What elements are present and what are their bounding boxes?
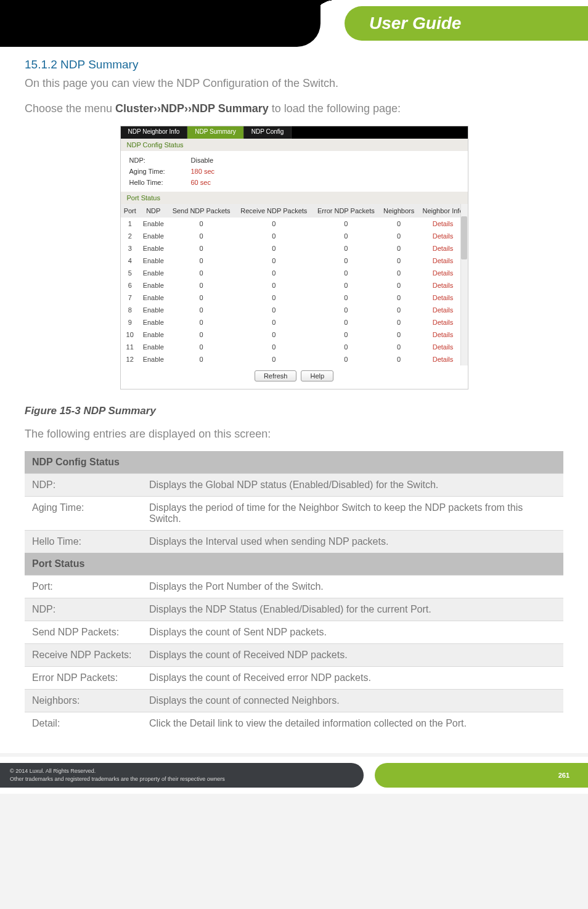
- table-cell: 0: [235, 328, 312, 341]
- page-number: 261: [558, 772, 570, 779]
- table-cell: Enable: [139, 353, 168, 365]
- config-row-hello: Hello Time: 60 sec: [129, 177, 459, 188]
- help-button[interactable]: Help: [301, 370, 333, 381]
- config-value: 60 sec: [191, 179, 211, 186]
- footer-left-panel: © 2014 Luxul. All Rights Reserved. Other…: [0, 763, 364, 788]
- glossary-header-port-status: Port Status: [25, 553, 563, 576]
- screenshot-tabs: NDP Neighbor Info NDP Summary NDP Config: [121, 126, 468, 139]
- glossary-key: NDP:: [25, 598, 142, 621]
- config-row-ndp: NDP: Disable: [129, 155, 459, 166]
- table-cell: Enable: [139, 341, 168, 353]
- table-cell: 0: [235, 255, 312, 267]
- table-cell: 0: [168, 230, 235, 242]
- table-row: 3Enable0000Details: [121, 242, 468, 255]
- table-cell: 0: [312, 328, 380, 341]
- table-cell: 2: [121, 230, 139, 242]
- table-cell: 0: [312, 255, 380, 267]
- table-cell: Enable: [139, 230, 168, 242]
- table-cell: 0: [168, 291, 235, 304]
- glossary-key: Send NDP Packets:: [25, 621, 142, 644]
- port-table-scroll: Port NDP Send NDP Packets Receive NDP Pa…: [121, 204, 468, 365]
- footer-right-panel: 261: [375, 763, 588, 788]
- scrollbar-track[interactable]: [460, 204, 468, 365]
- header-black-panel: [0, 0, 321, 47]
- table-cell: 0: [380, 255, 419, 267]
- glossary-value: Displays the Port Number of the Switch.: [142, 576, 563, 598]
- choose-bold: Cluster››NDP››NDP Summary: [115, 102, 269, 115]
- glossary-table: NDP Config Status NDP: Displays the Glob…: [25, 451, 563, 735]
- footer-copyright: © 2014 Luxul. All Rights Reserved.: [10, 767, 354, 775]
- table-cell: 0: [312, 218, 380, 230]
- table-cell: 0: [235, 304, 312, 316]
- col-error: Error NDP Packets: [312, 204, 380, 218]
- table-cell: 0: [168, 328, 235, 341]
- table-cell: 0: [380, 218, 419, 230]
- choose-menu-text: Choose the menu Cluster››NDP››NDP Summar…: [25, 100, 563, 117]
- glossary-row: Aging Time: Displays the period of time …: [25, 497, 563, 531]
- table-cell: 0: [312, 267, 380, 279]
- table-cell: Enable: [139, 291, 168, 304]
- table-cell: 0: [235, 218, 312, 230]
- figure-caption: Figure 15-3 NDP Summary: [25, 405, 563, 417]
- glossary-value: Displays the count of Received error NDP…: [142, 667, 563, 690]
- header-green-pill: User Guide: [345, 6, 588, 41]
- glossary-value: Displays the count of Sent NDP packets.: [142, 621, 563, 644]
- table-cell: Enable: [139, 328, 168, 341]
- page-content: 15.1.2 NDP Summary On this page you can …: [0, 47, 588, 753]
- table-cell: Enable: [139, 316, 168, 328]
- glossary-key: Port:: [25, 576, 142, 598]
- table-cell: 6: [121, 279, 139, 291]
- table-row: 1Enable0000Details: [121, 218, 468, 230]
- section-heading: 15.1.2 NDP Summary: [25, 58, 563, 71]
- table-cell: 0: [380, 341, 419, 353]
- tab-ndp-summary[interactable]: NDP Summary: [187, 126, 244, 139]
- table-cell: Enable: [139, 242, 168, 255]
- table-cell: 0: [235, 316, 312, 328]
- glossary-value: Displays the Global NDP status (Enabled/…: [142, 474, 563, 497]
- tab-ndp-neighbor-info[interactable]: NDP Neighbor Info: [121, 126, 188, 139]
- glossary-key: NDP:: [25, 474, 142, 497]
- table-cell: Enable: [139, 218, 168, 230]
- table-cell: 7: [121, 291, 139, 304]
- config-status-header: NDP Config Status: [121, 139, 468, 151]
- config-value: Disable: [191, 157, 214, 164]
- table-cell: 4: [121, 255, 139, 267]
- entries-intro: The following entries are displayed on t…: [25, 426, 563, 442]
- glossary-key: Error NDP Packets:: [25, 667, 142, 690]
- choose-post: to load the following page:: [269, 102, 401, 115]
- glossary-hdr-text: NDP Config Status: [25, 451, 563, 474]
- glossary-value: Displays the count of connected Neighbor…: [142, 690, 563, 712]
- col-neighbors: Neighbors: [380, 204, 419, 218]
- screenshot-container: NDP Neighbor Info NDP Summary NDP Config…: [25, 126, 563, 389]
- table-cell: Enable: [139, 304, 168, 316]
- table-cell: 0: [312, 291, 380, 304]
- table-cell: 9: [121, 316, 139, 328]
- table-cell: 0: [380, 279, 419, 291]
- table-cell: 0: [380, 316, 419, 328]
- glossary-header-ndp-config: NDP Config Status: [25, 451, 563, 474]
- table-cell: 12: [121, 353, 139, 365]
- config-key: Aging Time:: [129, 168, 191, 175]
- table-cell: 3: [121, 242, 139, 255]
- table-cell: 0: [168, 218, 235, 230]
- table-row: 12Enable0000Details: [121, 353, 468, 365]
- table-cell: 0: [380, 304, 419, 316]
- table-cell: 11: [121, 341, 139, 353]
- table-cell: 0: [168, 316, 235, 328]
- tab-ndp-config[interactable]: NDP Config: [244, 126, 292, 139]
- table-cell: 0: [380, 291, 419, 304]
- table-cell: 0: [312, 353, 380, 365]
- table-cell: 5: [121, 267, 139, 279]
- header-bar: User Guide: [0, 0, 588, 47]
- refresh-button[interactable]: Refresh: [255, 370, 297, 381]
- table-cell: 0: [380, 353, 419, 365]
- guide-title: User Guide: [369, 14, 461, 33]
- table-cell: 0: [168, 353, 235, 365]
- table-cell: 1: [121, 218, 139, 230]
- table-cell: 0: [235, 230, 312, 242]
- config-key: NDP:: [129, 157, 191, 164]
- scrollbar-thumb[interactable]: [461, 216, 467, 259]
- table-cell: 0: [168, 341, 235, 353]
- table-cell: 0: [312, 242, 380, 255]
- table-row: 5Enable0000Details: [121, 267, 468, 279]
